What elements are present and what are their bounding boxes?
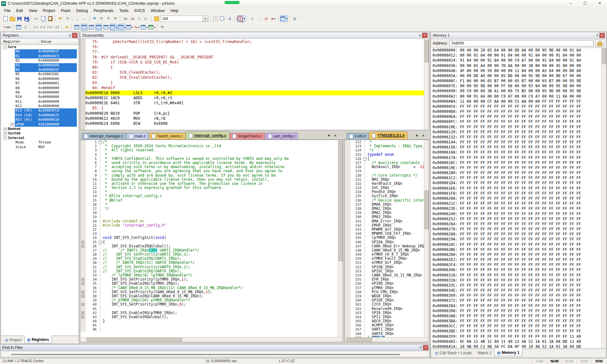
- code-line[interactable]: 161 I2C0_IRQn: [345, 302, 424, 306]
- memory-row[interactable]: 0x00006402: 0C 68 11 4B 1C 40 11 49 12 4…: [431, 339, 602, 344]
- memory-row[interactable]: 0x00006384: FF FF FF FF FF FF FF FF FF F…: [431, 303, 602, 308]
- indent-icon[interactable]: ≫: [122, 15, 129, 22]
- editor-hscrollbar[interactable]: [80, 337, 343, 342]
- lock-icon[interactable]: [595, 39, 604, 47]
- memory-row[interactable]: 0x000063A8: FF FF FF FF FF FF FF FF FF F…: [431, 313, 602, 318]
- code-line[interactable]: 21#include "interrupt_config.h": [80, 223, 338, 228]
- disassembly-line[interactable]: 83: }: [85, 80, 424, 85]
- memory-row[interactable]: 0x00006144: FF FF FF FF FF FF FF FF FF F…: [431, 140, 602, 145]
- register-row[interactable]: R80x00000000: [1, 86, 79, 90]
- memory-row[interactable]: 0x00006318: FF FF FF FF FF FF FF FF FF F…: [431, 273, 602, 278]
- memory-row[interactable]: 0x00006156: FF FF FF FF FF FF FF FF FF F…: [431, 145, 602, 150]
- tab-interrupt_config.c[interactable]: interrupt_config.c: [186, 131, 229, 139]
- code-line[interactable]: 146 GPIOA_IRQn: [345, 240, 424, 244]
- memory-row[interactable]: 0x0000620A: FF FF FF FF FF FF FF FF FF F…: [431, 196, 602, 201]
- code-line[interactable]: 16 *: [80, 203, 338, 207]
- code-line[interactable]: 142 EMU0_IRQn: [345, 223, 424, 228]
- memory-window-icon[interactable]: ▾: [118, 24, 126, 31]
- column-register[interactable]: Register: [1, 39, 38, 45]
- menu-debug[interactable]: Debug: [73, 8, 91, 14]
- dock-tab-registers[interactable]: ▤Registers: [24, 336, 52, 343]
- fold-icon[interactable]: −: [99, 141, 102, 144]
- memory-row[interactable]: 0x000062BE: FF FF FF FF FF FF FF FF FF F…: [431, 247, 602, 252]
- memory-row[interactable]: 0x000061D4: FF FF FF FF FF FF FF FF FF F…: [431, 180, 602, 185]
- memory-row[interactable]: 0x00006360: FF FF FF FF FF FF FF FF FF F…: [431, 293, 602, 298]
- watch-window-icon[interactable]: ▾: [110, 24, 117, 31]
- dock-tab-project[interactable]: ▤Project: [2, 336, 24, 343]
- tab-list-dropdown-icon[interactable]: ▼: [415, 134, 419, 138]
- register-row[interactable]: +Banked: [1, 127, 79, 131]
- code-line[interactable]: 37 INT_SYS_SetPriority(CAN0_ORed_0_15_MB…: [80, 290, 338, 294]
- memory-row[interactable]: 0x00006090: 09 C0 00 00 3B A1 00 00 75 B…: [431, 88, 602, 94]
- memory-row[interactable]: 0x00006306: FF FF FF FF FF FF FF FF FF F…: [431, 267, 602, 272]
- stop-icon[interactable]: ⊗: [22, 24, 29, 30]
- run-icon[interactable]: [15, 24, 22, 30]
- disassembly-window-icon[interactable]: [81, 24, 88, 31]
- register-row[interactable]: R120x00000000: [1, 104, 79, 108]
- register-row[interactable]: R90x00000000: [1, 90, 79, 95]
- symbol-window-icon[interactable]: [88, 24, 95, 30]
- close-button[interactable]: ✕: [592, 0, 607, 7]
- code-line[interactable]: 125typedef enum: [345, 153, 424, 157]
- memory-row[interactable]: 0x0000618C: FF FF FF FF FF FF FF FF FF F…: [431, 160, 602, 165]
- memory-row[interactable]: 0x000061C2: FF FF FF FF FF FF FF FF FF F…: [431, 175, 602, 180]
- toggle-breakpoint-icon[interactable]: ●: [249, 15, 255, 22]
- memory-row[interactable]: 0x0000605A: 00 00 DD A0 00 00 85 BD 00 0…: [431, 73, 602, 78]
- memory-row[interactable]: 0x000063CC: FF FF FF FF FF FF FF FF FF F…: [431, 324, 602, 329]
- memory-row[interactable]: 0x0000617A: FF FF FF FF FF FF FF FF FF F…: [431, 155, 602, 160]
- call-stack-window-icon[interactable]: [103, 24, 109, 30]
- editor-hscrollbar[interactable]: [345, 337, 429, 342]
- find-results-scrollbar[interactable]: [11, 354, 400, 355]
- code-line[interactable]: 44}: [80, 319, 338, 323]
- minimize-button[interactable]: ─: [563, 0, 578, 7]
- register-row[interactable]: R00x0000001F: [1, 49, 79, 54]
- menu-svcs[interactable]: SVCS: [131, 8, 148, 14]
- wrench-icon[interactable]: ⚙: [291, 15, 298, 22]
- menu-file[interactable]: File: [1, 8, 13, 14]
- register-row[interactable]: R60x00000000: [1, 77, 79, 81]
- memory-row[interactable]: 0x000060A2: 00 00 91 84 00 00 C9 A7 00 0…: [431, 94, 602, 99]
- code-line[interactable]: 45: [80, 323, 338, 327]
- goto-reference-icon[interactable]: ⇓: [227, 15, 233, 22]
- register-row[interactable]: ModeThread: [1, 140, 79, 145]
- copy-icon[interactable]: [40, 15, 46, 22]
- trace-window-icon[interactable]: ▾: [141, 24, 148, 30]
- register-row[interactable]: R13 (SP)0x20003FC0: [1, 108, 79, 113]
- memory-row[interactable]: 0x0000607E: 00 00 95 9D 00 00 FF 66 00 0…: [431, 83, 602, 88]
- unindent-icon[interactable]: ≪: [129, 15, 136, 22]
- editor-vscrollbar[interactable]: [424, 140, 429, 337]
- code-line[interactable]: 145 lpTMR0_IRQn: [345, 236, 424, 240]
- code-line[interactable]: 141 DMA_Error_IRQn: [345, 219, 424, 223]
- memory-row[interactable]: 0x0000606C: F1 66 00 00 65 B7 00 00 65 B…: [431, 78, 602, 83]
- find-in-files-icon[interactable]: ⌕: [220, 15, 226, 22]
- code-line[interactable]: 167 UART1_IRQn: [345, 327, 424, 331]
- register-row[interactable]: R100x00000000: [1, 95, 79, 99]
- previous-bookmark-icon[interactable]: ⚑: [98, 15, 105, 22]
- tab-YTM32B1LE1.h[interactable]: YTM32B1LE1.h: [369, 131, 408, 139]
- memory-row[interactable]: 0x00006120: FF FF FF FF FF FF FF FF FF F…: [431, 130, 602, 135]
- address-input[interactable]: 0x6000: [450, 40, 593, 46]
- disassembly-line[interactable]: 84: #endif: [85, 85, 424, 90]
- disassembly-line[interactable]: 80: {: [85, 65, 424, 70]
- tab-Switch_event.c[interactable]: Switch_event.c: [149, 133, 186, 139]
- disable-all-breakpoints-icon[interactable]: ⊘: [263, 15, 269, 22]
- navigate-forward-icon[interactable]: →: [81, 15, 88, 22]
- registers-window-icon[interactable]: [95, 24, 102, 31]
- menu-window[interactable]: Window: [148, 8, 167, 14]
- memory-row[interactable]: 0x00006132: FF FF FF FF FF FF FF FF FF F…: [431, 135, 602, 140]
- menu-help[interactable]: Help: [168, 8, 181, 14]
- register-row[interactable]: R20x00000000: [1, 58, 79, 63]
- close-panel-icon[interactable]: ×: [72, 33, 77, 38]
- memory-row[interactable]: 0x00006276: FF FF FF FF FF FF FF FF FF F…: [431, 227, 602, 232]
- code-line[interactable]: 140 DMA3_IRQn: [345, 215, 424, 219]
- code-line[interactable]: 12 * Section 2.3 is expressly granted fo…: [80, 186, 338, 190]
- register-row[interactable]: −Internal: [1, 136, 79, 140]
- tab-CAN.h[interactable]: CAN.h: [346, 133, 369, 139]
- tree-expander-icon[interactable]: −: [3, 46, 7, 49]
- tree-expander-icon[interactable]: +: [3, 132, 7, 136]
- menu-view[interactable]: View: [26, 8, 40, 14]
- register-row[interactable]: R110x00000000: [1, 100, 79, 104]
- close-document-icon[interactable]: ✕: [422, 134, 425, 138]
- menu-flash[interactable]: Flash: [58, 8, 73, 14]
- memory-row[interactable]: 0x0000632A: FF FF FF FF FF FF FF FF FF F…: [431, 278, 602, 283]
